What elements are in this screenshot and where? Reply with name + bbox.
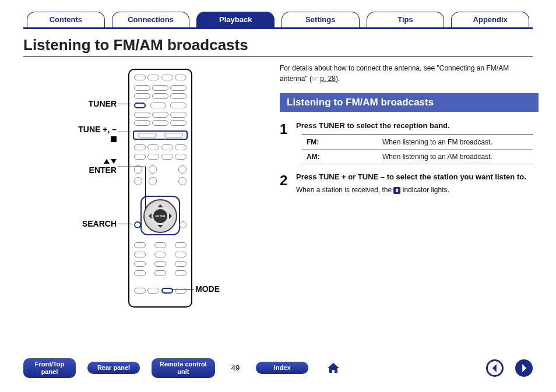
prev-page-button[interactable]: [486, 359, 504, 377]
page-link[interactable]: p. 28: [320, 75, 336, 83]
callout-search: SEARCH: [17, 219, 117, 228]
tab-playback[interactable]: Playback: [193, 12, 278, 27]
tab-appendix[interactable]: Appendix: [448, 12, 533, 27]
remote-search-button: [134, 221, 141, 228]
table-row: FM: When listening to an FM broadcast.: [302, 135, 533, 150]
intro-text: For details about how to connect the ant…: [280, 63, 539, 84]
step-2-note: When a station is received, the ▮ indica…: [296, 186, 539, 194]
home-icon[interactable]: [326, 361, 341, 376]
step-2: 2 Press TUNE + or TUNE – to select the s…: [280, 172, 539, 194]
step-1-title: Press TUNER to select the reception band…: [296, 121, 539, 130]
bottom-bar: Front/Top panel Rear panel Remote contro…: [23, 358, 533, 378]
tab-connections[interactable]: Connections: [108, 12, 193, 27]
rear-panel-button[interactable]: Rear panel: [87, 362, 140, 374]
remote-illustration: ENTER: [17, 63, 268, 325]
remote-tuner-button: [134, 103, 146, 108]
page-title: Listening to FM/AM broadcasts: [23, 36, 533, 57]
remote-control-button[interactable]: Remote control unit: [152, 358, 215, 378]
instructions-column: For details about how to connect the ant…: [268, 63, 539, 325]
step-2-title: Press TUNE + or TUNE – to select the sta…: [296, 172, 539, 181]
index-button[interactable]: Index: [256, 362, 308, 374]
remote-tune-buttons: [133, 130, 188, 140]
section-heading: Listening to FM/AM broadcasts: [280, 93, 539, 112]
remote-dpad: ENTER: [143, 199, 177, 233]
tab-settings[interactable]: Settings: [278, 12, 363, 27]
tab-contents[interactable]: Contents: [23, 12, 108, 27]
table-row: AM: When listening to an AM broadcast.: [302, 150, 533, 164]
callout-enter: ENTER: [17, 156, 117, 175]
callout-tune: TUNE +, –: [17, 125, 117, 143]
front-top-panel-button[interactable]: Front/Top panel: [23, 358, 76, 378]
callout-tuner: TUNER: [17, 99, 117, 108]
remote-outline: ENTER: [128, 69, 192, 308]
top-tabs: Contents Connections Playback Settings T…: [23, 12, 533, 29]
tuned-indicator-icon: ▮: [393, 187, 400, 194]
tab-tips[interactable]: Tips: [363, 12, 448, 27]
next-page-button[interactable]: [515, 359, 533, 377]
step-1: 1 Press TUNER to select the reception ba…: [280, 121, 539, 164]
band-table: FM: When listening to an FM broadcast. A…: [302, 135, 533, 164]
callout-mode: MODE: [195, 284, 242, 294]
page-number: 49: [231, 363, 240, 372]
